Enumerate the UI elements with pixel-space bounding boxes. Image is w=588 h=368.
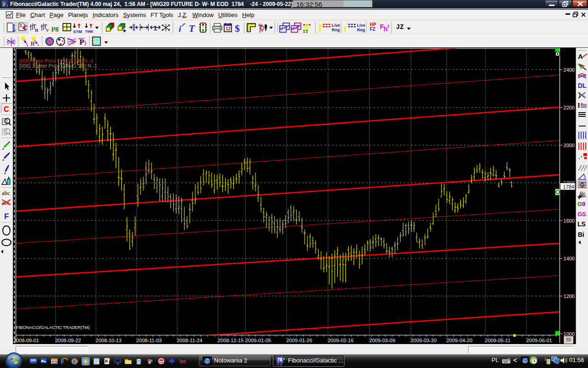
svg-text:2009-03-30: 2009-03-30 [411, 338, 436, 343]
svg-text:4: 4 [278, 358, 281, 362]
svg-text:FIBONACCI/GALACTIC TRADER(TM): FIBONACCI/GALACTIC TRADER(TM) [16, 325, 90, 330]
svg-text:n: n [35, 26, 39, 33]
svg-text:2009-06-01: 2009-06-01 [526, 338, 552, 343]
svg-text:9: 9 [582, 201, 585, 207]
svg-text:I: I [577, 102, 580, 109]
svg-text:2008-10-13: 2008-10-13 [96, 338, 121, 343]
svg-text:C: C [4, 105, 9, 113]
svg-text:B: B [105, 359, 108, 363]
svg-text:LS: LS [577, 220, 586, 228]
svg-text:12: 12 [226, 26, 231, 31]
svg-text:[006] Jupiter Price Line G 180: [006] Jupiter Price Line G 180 N -1 [19, 63, 97, 69]
svg-text:2008-12-15: 2008-12-15 [218, 338, 243, 343]
svg-text:A: A [578, 52, 583, 60]
svg-text:pg: pg [51, 24, 59, 32]
svg-text:2009-05-11: 2009-05-11 [485, 338, 510, 343]
svg-text:2008-09-01: 2008-09-01 [13, 338, 39, 343]
svg-text:GS: GS [577, 211, 586, 218]
svg-text:1600: 1600 [564, 218, 575, 224]
svg-text:1784: 1784 [563, 184, 574, 190]
svg-text:2009-02-16: 2009-02-16 [328, 338, 354, 343]
svg-text:W: W [12, 29, 16, 32]
svg-text:1000: 1000 [564, 331, 575, 337]
svg-text:TIME: TIME [85, 29, 93, 34]
svg-text:1: 1 [153, 24, 157, 32]
svg-text:Bi: Bi [578, 231, 584, 238]
svg-text:G: G [577, 201, 582, 207]
svg-text:SYM: SYM [73, 29, 82, 34]
svg-text:2000: 2000 [564, 143, 575, 148]
svg-text:z: z [387, 23, 390, 29]
svg-text:1400: 1400 [564, 256, 575, 261]
svg-text:R: R [31, 41, 35, 47]
svg-text:P: P [79, 38, 84, 46]
svg-text:2200: 2200 [564, 105, 575, 110]
svg-text:F: F [4, 212, 9, 221]
svg-text:DL: DL [578, 82, 587, 89]
svg-text:2009-03-09: 2009-03-09 [369, 338, 395, 343]
svg-text:2400: 2400 [564, 67, 575, 73]
svg-text:2009-01-26: 2009-01-26 [287, 338, 312, 343]
svg-text:1200: 1200 [564, 293, 575, 299]
svg-text:v: v [46, 26, 49, 33]
svg-text:G: G [580, 181, 585, 189]
svg-text:i: i [179, 24, 181, 34]
svg-text:abc: abc [2, 190, 10, 196]
svg-text:2008-11-03: 2008-11-03 [136, 338, 162, 343]
svg-text:$: $ [235, 23, 240, 34]
svg-text:2008-11-24: 2008-11-24 [177, 338, 202, 343]
svg-text:2009-04-20: 2009-04-20 [447, 338, 472, 343]
svg-text:T: T [189, 23, 195, 34]
svg-text:2009-01-05: 2009-01-05 [245, 338, 271, 343]
svg-text:TF: TF [565, 338, 571, 343]
svg-text:2008-09-22: 2008-09-22 [55, 338, 81, 343]
